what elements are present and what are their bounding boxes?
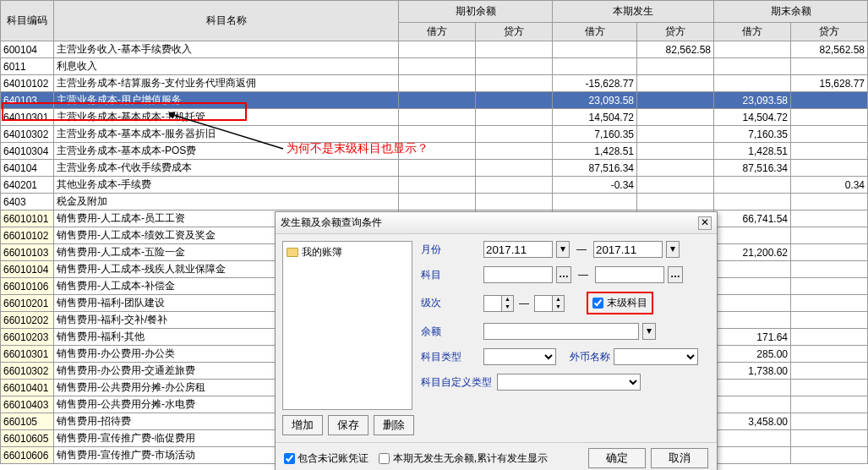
subject-from-input[interactable] xyxy=(483,266,553,283)
header-begin-debit[interactable]: 借方 xyxy=(399,23,476,41)
add-button[interactable]: 增加 xyxy=(282,415,323,435)
close-icon[interactable]: ✕ xyxy=(698,216,712,230)
table-row[interactable]: 640201 其他业务成本-手续费-0.340.34 xyxy=(1,177,868,194)
show-accum-checkbox-wrap[interactable]: 本期无发生无余额,累计有发生显示 xyxy=(379,451,548,466)
range-dash: — xyxy=(519,298,529,309)
subject-type-select[interactable] xyxy=(483,348,556,365)
tree-item-ledger[interactable]: 我的账簿 xyxy=(287,245,408,260)
chevron-down-icon[interactable]: ▾ xyxy=(666,241,680,258)
include-unposted-checkbox[interactable] xyxy=(284,453,295,464)
table-row[interactable]: 64010304 主营业务成本-基本成本-POS费1,428.511,428.5… xyxy=(1,143,868,160)
query-dialog: 发生额及余额查询条件 ✕ 我的账簿 增加 保存 删除 月份 ▾ — xyxy=(275,211,718,470)
lookup-icon[interactable]: … xyxy=(668,266,683,283)
table-row[interactable]: 6011利息收入 xyxy=(1,58,868,75)
level-to-stepper[interactable]: ▲▼ xyxy=(534,295,565,312)
header-end[interactable]: 期末余额 xyxy=(714,1,868,23)
table-row[interactable]: 64010102 主营业务成本-结算服务-支付业务代理商返佣-15,628.77… xyxy=(1,75,868,92)
delete-button[interactable]: 删除 xyxy=(374,415,414,435)
header-begin[interactable]: 期初余额 xyxy=(399,1,553,23)
save-button[interactable]: 保存 xyxy=(328,415,368,435)
header-occur[interactable]: 本期发生 xyxy=(553,1,714,23)
label-balance: 余额 xyxy=(421,325,480,339)
leaf-subject-checkbox[interactable] xyxy=(592,298,603,309)
highlight-box-leaf: 末级科目 xyxy=(587,292,653,314)
month-to-input[interactable] xyxy=(593,241,663,258)
month-from-input[interactable] xyxy=(483,241,553,258)
table-row[interactable]: 6403税金及附加 xyxy=(1,194,868,210)
header-end-debit[interactable]: 借方 xyxy=(714,23,791,41)
level-from-stepper[interactable]: ▲▼ xyxy=(483,295,514,312)
table-row[interactable]: 600104 主营业务收入-基本手续费收入82,562.5882,562.58 xyxy=(1,41,868,58)
table-row[interactable]: 640103 主营业务成本-用户增值服务23,093.5823,093.58 xyxy=(1,92,868,109)
range-dash: — xyxy=(576,243,587,255)
dialog-title: 发生额及余额查询条件 xyxy=(281,216,382,230)
header-begin-credit[interactable]: 贷方 xyxy=(476,23,553,41)
custom-type-select[interactable] xyxy=(497,374,641,391)
label-custom-type: 科目自定义类型 xyxy=(421,375,494,390)
header-occur-debit[interactable]: 借方 xyxy=(553,23,637,41)
chevron-down-icon[interactable]: ▾ xyxy=(556,241,570,258)
cancel-button[interactable]: 取消 xyxy=(651,448,708,468)
tree-item-label: 我的账簿 xyxy=(302,245,342,260)
tree-pane[interactable]: 我的账簿 xyxy=(282,241,412,410)
header-code[interactable]: 科目编码 xyxy=(1,1,54,41)
label-currency: 外币名称 xyxy=(570,350,610,364)
header-end-credit[interactable]: 贷方 xyxy=(791,23,868,41)
label-subject-type: 科目类型 xyxy=(421,350,480,364)
label-subject: 科目 xyxy=(421,268,480,282)
ok-button[interactable]: 确定 xyxy=(588,448,646,468)
show-accum-checkbox[interactable] xyxy=(379,453,390,464)
balance-input[interactable] xyxy=(483,323,639,340)
table-row[interactable]: 64010301 主营业务成本-基本成本-主机托管14,504.7214,504… xyxy=(1,109,868,126)
header-name[interactable]: 科目名称 xyxy=(54,1,399,41)
folder-icon xyxy=(287,248,298,257)
subject-to-input[interactable] xyxy=(595,266,664,283)
header-occur-credit[interactable]: 贷方 xyxy=(637,23,714,41)
table-row[interactable]: 64010302 主营业务成本-基本成本-服务器折旧7,160.357,160.… xyxy=(1,126,868,143)
range-dash: — xyxy=(578,269,588,281)
leaf-subject-label: 末级科目 xyxy=(607,296,647,310)
lookup-icon[interactable]: … xyxy=(556,266,571,283)
table-row[interactable]: 640104 主营业务成本-代收手续费成本87,516.3487,516.34 xyxy=(1,160,868,177)
chevron-down-icon[interactable]: ▾ xyxy=(642,323,656,340)
label-level: 级次 xyxy=(421,296,480,310)
include-unposted-checkbox-wrap[interactable]: 包含未记账凭证 xyxy=(284,451,368,466)
label-month: 月份 xyxy=(421,243,480,257)
currency-select[interactable] xyxy=(614,348,698,365)
